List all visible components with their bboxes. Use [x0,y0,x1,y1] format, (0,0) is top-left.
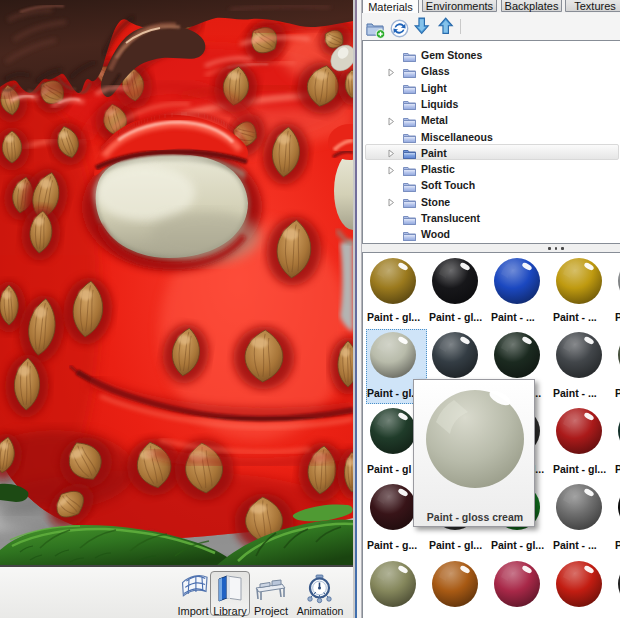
svg-text:Import: Import [177,605,208,617]
svg-text:Animation: Animation [297,605,344,617]
svg-text:Library: Library [213,605,247,617]
svg-text:Project: Project [254,605,288,617]
svg-text:Paint - gloss cream: Paint - gloss cream [427,511,523,523]
